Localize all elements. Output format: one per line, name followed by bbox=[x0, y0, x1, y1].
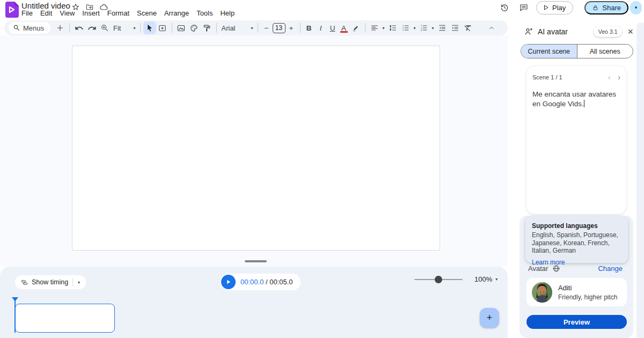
line-spacing-icon[interactable] bbox=[386, 21, 399, 34]
supported-languages-tooltip: Supported languages English, Spanish, Po… bbox=[525, 216, 628, 263]
video-canvas[interactable] bbox=[72, 46, 440, 251]
ai-avatar-icon bbox=[524, 27, 533, 36]
bulleted-list-caret-icon[interactable]: ▾ bbox=[412, 26, 418, 31]
paint-format-icon[interactable] bbox=[201, 21, 214, 34]
add-button[interactable] bbox=[54, 21, 67, 34]
decrease-indent-icon[interactable] bbox=[436, 21, 449, 34]
bulleted-list-icon[interactable] bbox=[399, 21, 412, 34]
language-globe-icon[interactable] bbox=[552, 264, 560, 273]
menu-help[interactable]: Help bbox=[216, 8, 238, 18]
panel-header: AI avatar Veo 3.1 × bbox=[524, 26, 633, 38]
avatar-name: Aditi bbox=[558, 284, 618, 292]
bold-button[interactable]: B bbox=[303, 24, 315, 32]
time-display: 00:00.0 / 00:05.0 bbox=[240, 278, 293, 286]
avatar-voice-description: Friendly, higher pitch bbox=[558, 293, 618, 301]
theme-palette-icon[interactable] bbox=[188, 21, 201, 34]
font-family-select[interactable]: Arial bbox=[219, 24, 238, 32]
timeline-resize-handle[interactable] bbox=[245, 260, 267, 262]
preview-button[interactable]: Preview bbox=[526, 315, 627, 329]
menu-view[interactable]: View bbox=[56, 8, 78, 18]
close-panel-icon[interactable]: × bbox=[627, 27, 633, 36]
redo-icon[interactable] bbox=[85, 21, 98, 34]
menus-search-label: Menus bbox=[23, 24, 44, 32]
show-timing-caret-icon[interactable]: ▾ bbox=[76, 280, 82, 285]
toolbar-divider bbox=[216, 23, 217, 33]
scene-scope-tabs: Current scene All scenes bbox=[521, 44, 633, 58]
tab-current-scene[interactable]: Current scene bbox=[521, 45, 577, 58]
show-timing-icon bbox=[20, 278, 28, 286]
menu-insert[interactable]: Insert bbox=[78, 8, 104, 18]
selected-avatar-card[interactable]: Aditi Friendly, higher pitch bbox=[526, 278, 627, 306]
menu-format[interactable]: Format bbox=[104, 8, 133, 18]
toolbar: Menus Fit ▾ Arial ▾ − 13 + B I U A ▾ ▾ bbox=[4, 20, 508, 35]
toolbar-divider bbox=[140, 23, 141, 33]
languages-list: English, Spanish, Portuguese, Japanese, … bbox=[532, 231, 621, 255]
zoom-slider-thumb[interactable] bbox=[435, 276, 442, 283]
menu-arrange[interactable]: Arrange bbox=[160, 8, 193, 18]
share-button[interactable]: Share bbox=[584, 1, 628, 14]
highlight-color-icon[interactable] bbox=[349, 21, 362, 34]
version-history-icon[interactable] bbox=[495, 1, 514, 14]
clear-formatting-icon[interactable] bbox=[462, 21, 474, 34]
previous-scene-icon[interactable]: ‹ bbox=[608, 73, 611, 82]
menus-search-button[interactable]: Menus bbox=[9, 22, 50, 34]
align-icon[interactable] bbox=[368, 21, 381, 34]
timeline-zoom-control: 100% ▾ bbox=[414, 275, 497, 283]
numbered-list-caret-icon[interactable]: ▾ bbox=[430, 26, 436, 31]
panel-title: AI avatar bbox=[538, 27, 568, 36]
avatar-label: Avatar bbox=[528, 264, 548, 273]
play-button[interactable]: Play bbox=[536, 1, 573, 14]
menu-file[interactable]: File bbox=[18, 8, 36, 18]
next-scene-icon[interactable]: › bbox=[618, 73, 620, 82]
increase-indent-icon[interactable] bbox=[449, 21, 462, 34]
zoom-caret-icon[interactable]: ▾ bbox=[495, 277, 497, 282]
change-avatar-link[interactable]: Change bbox=[598, 264, 623, 273]
scene-script-input[interactable]: Me encanta usar avatares en Google Vids. bbox=[532, 90, 620, 109]
add-scene-button[interactable]: + bbox=[480, 308, 499, 328]
timeline-section: Show timing ▾ 00:00.0 / 00:05.0 100% ▾ + bbox=[0, 267, 508, 338]
text-color-button[interactable]: A bbox=[339, 24, 349, 32]
align-caret-icon[interactable]: ▾ bbox=[381, 26, 386, 31]
right-edge-rail bbox=[636, 23, 644, 338]
show-timing-label: Show timing bbox=[32, 278, 68, 286]
font-size-input[interactable]: 13 bbox=[273, 23, 286, 33]
zoom-level[interactable]: 100% bbox=[474, 275, 492, 283]
zoom-slider[interactable] bbox=[414, 279, 463, 280]
font-caret-icon[interactable]: ▾ bbox=[250, 26, 255, 31]
share-button-label: Share bbox=[602, 4, 621, 12]
menu-tools[interactable]: Tools bbox=[193, 8, 216, 18]
select-tool-button[interactable] bbox=[143, 21, 156, 34]
playback-control: 00:00.0 / 00:05.0 bbox=[220, 274, 301, 290]
menu-bar: File Edit View Insert Format Scene Arran… bbox=[18, 8, 238, 18]
insert-media-icon[interactable] bbox=[175, 21, 188, 34]
toolbar-divider bbox=[258, 23, 258, 33]
underline-button[interactable]: U bbox=[327, 24, 339, 32]
collapse-toolbar-icon[interactable] bbox=[485, 21, 498, 34]
toolbar-divider bbox=[69, 23, 70, 33]
current-time: 00:00.0 bbox=[240, 278, 264, 286]
app-window: Untitled video File Edit View Insert For… bbox=[0, 0, 644, 338]
menu-edit[interactable]: Edit bbox=[36, 8, 56, 18]
show-timing-button[interactable]: Show timing ▾ bbox=[15, 275, 86, 289]
comment-icon[interactable] bbox=[514, 1, 533, 14]
zoom-icon[interactable] bbox=[98, 21, 111, 34]
play-button-label: Play bbox=[552, 4, 566, 12]
decrease-font-size-button[interactable]: − bbox=[261, 24, 273, 32]
italic-button[interactable]: I bbox=[315, 24, 327, 32]
timeline-play-button[interactable] bbox=[221, 275, 236, 289]
scene-card: Scene 1 / 1 ‹ › Me encanta usar avatares… bbox=[526, 65, 627, 215]
toolbar-divider bbox=[300, 23, 301, 33]
share-dropdown-caret[interactable]: ▾ bbox=[630, 1, 642, 14]
tab-all-scenes[interactable]: All scenes bbox=[577, 45, 633, 58]
undo-icon[interactable] bbox=[72, 21, 85, 34]
insert-text-box-icon[interactable] bbox=[156, 21, 169, 34]
menu-scene[interactable]: Scene bbox=[133, 8, 160, 18]
fit-zoom-select[interactable]: Fit bbox=[111, 24, 123, 32]
scene-clip-thumbnail[interactable] bbox=[15, 304, 115, 333]
total-time: 00:05.0 bbox=[269, 278, 292, 286]
toolbar-divider bbox=[172, 23, 172, 33]
increase-font-size-button[interactable]: + bbox=[286, 24, 297, 32]
google-vids-logo[interactable] bbox=[4, 2, 19, 18]
numbered-list-icon[interactable]: 123 bbox=[418, 21, 430, 34]
fit-caret-icon[interactable]: ▾ bbox=[131, 26, 137, 31]
